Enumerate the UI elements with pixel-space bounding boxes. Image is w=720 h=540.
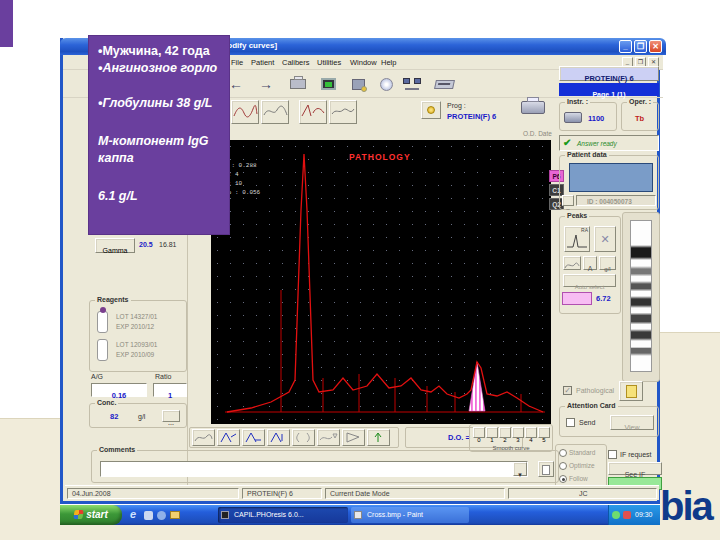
auto-select-label: Auto select: [575, 284, 605, 290]
curve-preset-button-1[interactable]: [231, 100, 259, 124]
curve-tool-button-2[interactable]: [217, 429, 240, 446]
operator-value: Tb: [635, 114, 644, 123]
task-button-paint[interactable]: Cross.bmp - Paint: [351, 507, 469, 523]
comments-dropdown-button[interactable]: ▼: [513, 462, 527, 476]
slide: [Modify curves] _ ❐ ✕ File Patient Calib…: [0, 0, 720, 540]
pathological-checkbox[interactable]: ✓: [563, 386, 572, 395]
ratio-value: 1: [168, 391, 172, 400]
operator-label: Oper. :: [627, 98, 653, 105]
send-checkbox[interactable]: [566, 418, 575, 427]
menu-file[interactable]: File: [231, 58, 243, 67]
peak-value-field[interactable]: [562, 292, 592, 305]
curve-tool-button-3[interactable]: [242, 429, 265, 446]
ie-quicklaunch-icon[interactable]: e: [130, 508, 136, 520]
status-program: PROTEIN(F) 6: [247, 490, 293, 497]
curve-tool-icon: [293, 430, 314, 445]
curve-preset-button-3[interactable]: [299, 100, 327, 124]
start-label: start: [86, 509, 108, 520]
curve-preset-button-2[interactable]: [261, 100, 289, 124]
curve-tool-button-5[interactable]: [292, 429, 315, 446]
reagent-exp-2: EXP 2010/09: [116, 351, 154, 358]
forward-arrow-button[interactable]: →: [253, 72, 279, 96]
lamp-icon: [427, 106, 435, 114]
curve-tool-button-6[interactable]: [317, 429, 340, 446]
add-peak-button[interactable]: RA: [564, 226, 590, 252]
smooth-0-button[interactable]: 0: [473, 427, 485, 438]
quicklaunch-icon-2[interactable]: [144, 511, 153, 520]
minimize-button[interactable]: _: [619, 40, 632, 53]
electrophoresis-chart[interactable]: PATHOLOGY Fra : 0.288 Ln : 4 No : 10 t n…: [211, 140, 551, 424]
smooth-5-button[interactable]: 5: [538, 427, 550, 438]
comments-new-button[interactable]: [538, 461, 554, 477]
smooth-0-label: 0: [477, 437, 480, 443]
reagent-lot-2: LOT 12093/01: [116, 341, 157, 348]
back-arrow-icon: ←: [229, 76, 243, 92]
tray-icon-1: [612, 511, 620, 519]
curve-tool-button-1[interactable]: [192, 429, 215, 446]
close-button[interactable]: ✕: [649, 40, 662, 53]
mode-standard-radio[interactable]: [559, 449, 567, 457]
quicklaunch-icon-3[interactable]: [157, 511, 166, 520]
comments-group: Comments ▼: [91, 450, 559, 483]
restore-button[interactable]: ❐: [634, 40, 647, 53]
menu-calibers[interactable]: Calibers: [282, 58, 310, 67]
wave-icon: [330, 101, 356, 121]
peak-a-button[interactable]: A: [583, 256, 597, 270]
report-note-button[interactable]: [619, 381, 643, 401]
prog-button[interactable]: [421, 101, 441, 119]
curve-tool-button-4[interactable]: [267, 429, 290, 446]
smooth-1-button[interactable]: 1: [486, 427, 498, 438]
menu-help[interactable]: Help: [381, 58, 396, 67]
mode-group: Standard Optimize Follow: [555, 444, 607, 488]
peak-gl-button[interactable]: g/l: [599, 256, 616, 270]
delete-peak-button[interactable]: ✕: [594, 226, 616, 252]
view-button[interactable]: View: [610, 415, 654, 430]
patient-data-field[interactable]: [569, 163, 653, 192]
curve-tool-button-7[interactable]: [342, 429, 365, 446]
task-button-phoresis[interactable]: CAPIL.PHOresis 6.0...: [218, 507, 348, 523]
reagent-lot-1: LOT 14327/01: [116, 313, 157, 320]
network-button[interactable]: [399, 72, 425, 96]
prog-value: PROTEIN(F) 6: [447, 112, 496, 121]
menu-utilities[interactable]: Utilities: [317, 58, 341, 67]
auto-select-button[interactable]: Auto select: [563, 274, 616, 287]
instrument-label: Instr. :: [565, 98, 590, 105]
see-if-button[interactable]: See IF: [608, 462, 662, 475]
mode-follow-radio[interactable]: [559, 475, 567, 483]
menu-window[interactable]: Window: [350, 58, 377, 67]
do-label: D.O. =: [448, 433, 470, 442]
fraction-gamma-button[interactable]: Gamma: [95, 238, 135, 253]
monitor-icon: [321, 78, 336, 90]
windows-flag-icon: [74, 510, 84, 519]
smooth-4-button[interactable]: 4: [525, 427, 537, 438]
concentration-more-button[interactable]: ...: [162, 410, 180, 422]
disc-button[interactable]: [373, 72, 399, 96]
monitor-button[interactable]: [315, 72, 341, 96]
operator-group: Oper. : Tb: [621, 102, 659, 131]
patient-more-button[interactable]: ..: [562, 195, 574, 206]
ag-value-field: 0.16: [91, 383, 147, 397]
concentration-value: 82: [110, 412, 118, 421]
smooth-3-button[interactable]: 3: [512, 427, 524, 438]
comments-input[interactable]: ▼: [100, 461, 528, 477]
workstation-button[interactable]: [345, 72, 371, 96]
curve-tool-button-8[interactable]: [367, 429, 390, 446]
wave-icon: [262, 101, 288, 121]
print-button[interactable]: [285, 72, 311, 96]
page-indicator[interactable]: Page 1 (1): [559, 83, 659, 96]
peak-curve-button[interactable]: [563, 256, 581, 270]
curve-preset-button-4[interactable]: [329, 100, 357, 124]
scanner-button[interactable]: [431, 72, 457, 96]
concentration-label: Conc.: [95, 399, 118, 406]
peak-icon: [565, 232, 589, 250]
program-button[interactable]: PROTEIN(F) 6: [559, 66, 659, 81]
if-request-checkbox[interactable]: [608, 450, 617, 459]
folder-quicklaunch-icon[interactable]: [170, 511, 180, 519]
menu-patient[interactable]: Patient: [251, 58, 274, 67]
instrument-icon: [564, 112, 582, 123]
start-button[interactable]: start: [60, 505, 122, 525]
gel-strip-image[interactable]: [630, 220, 652, 372]
concentration-group: Conc. 82 g/l ...: [89, 403, 187, 428]
mode-optimize-radio[interactable]: [559, 462, 567, 470]
smooth-2-button[interactable]: 2: [499, 427, 511, 438]
